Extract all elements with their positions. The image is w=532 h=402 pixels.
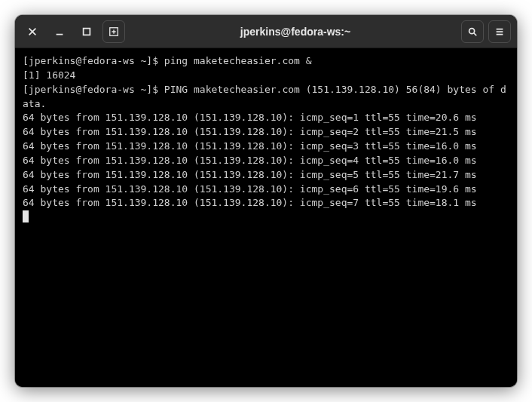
ping-reply-line: 64 bytes from 151.139.128.10 (151.139.12…	[23, 196, 509, 210]
svg-point-2	[469, 28, 475, 33]
terminal-line: [jperkins@fedora-ws ~]$ PING maketecheas…	[23, 83, 509, 112]
terminal-line: [jperkins@fedora-ws ~]$ ping maketecheas…	[23, 54, 509, 69]
close-button[interactable]	[21, 20, 44, 43]
ping-reply-line: 64 bytes from 151.139.128.10 (151.139.12…	[23, 168, 509, 183]
minimize-button[interactable]	[48, 20, 71, 43]
search-button[interactable]	[461, 20, 484, 43]
maximize-button[interactable]	[75, 20, 98, 43]
terminal-window: jperkins@fedora-ws:~ [jperkins@fedora-ws…	[15, 15, 517, 387]
window-title: jperkins@fedora-ws:~	[139, 26, 452, 38]
menu-button[interactable]	[488, 20, 511, 43]
search-icon	[467, 26, 478, 37]
terminal-viewport[interactable]: [jperkins@fedora-ws ~]$ ping maketecheas…	[15, 48, 517, 387]
ping-reply-line: 64 bytes from 151.139.128.10 (151.139.12…	[23, 125, 509, 140]
shell-prompt: [jperkins@fedora-ws ~]$	[23, 84, 164, 95]
titlebar: jperkins@fedora-ws:~	[15, 15, 517, 48]
svg-rect-0	[84, 28, 90, 35]
ping-reply-line: 64 bytes from 151.139.128.10 (151.139.12…	[23, 140, 509, 154]
hamburger-icon	[494, 26, 505, 37]
ping-reply-line: 64 bytes from 151.139.128.10 (151.139.12…	[23, 154, 509, 168]
ping-reply-line: 64 bytes from 151.139.128.10 (151.139.12…	[23, 111, 509, 125]
maximize-icon	[81, 26, 92, 37]
terminal-line	[23, 210, 509, 225]
terminal-line: [1] 16024	[23, 69, 509, 83]
cursor	[23, 210, 29, 222]
new-tab-icon	[109, 26, 119, 37]
ping-reply-line: 64 bytes from 151.139.128.10 (151.139.12…	[23, 183, 509, 197]
close-icon	[27, 26, 38, 37]
shell-prompt: [jperkins@fedora-ws ~]$	[23, 55, 164, 66]
command-text: ping maketecheasier.com &	[164, 55, 312, 66]
new-tab-button[interactable]	[102, 20, 125, 43]
minimize-icon	[54, 26, 65, 37]
